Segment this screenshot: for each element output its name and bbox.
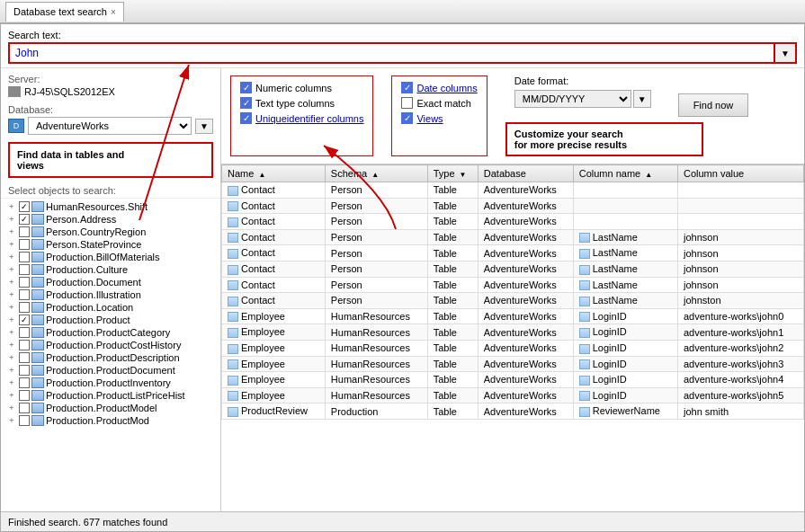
tree-item[interactable]: +Production.Product bbox=[4, 314, 217, 326]
table-row[interactable]: ContactPersonTableAdventureWorksLastName… bbox=[222, 293, 804, 309]
text-type-checkbox[interactable] bbox=[240, 97, 252, 109]
expand-icon[interactable]: + bbox=[6, 264, 17, 275]
col-header-columnname[interactable]: Column name ▲ bbox=[573, 165, 677, 182]
expand-icon[interactable]: + bbox=[6, 327, 17, 338]
database-label: Database: bbox=[8, 104, 213, 115]
tree-checkbox[interactable] bbox=[19, 352, 30, 363]
expand-icon[interactable]: + bbox=[6, 390, 17, 401]
tree-checkbox[interactable] bbox=[19, 315, 30, 325]
table-row[interactable]: ContactPersonTableAdventureWorksLastName… bbox=[222, 245, 804, 262]
tree-item[interactable]: +Production.ProductModel bbox=[4, 402, 217, 414]
main-tab[interactable]: Database text search × bbox=[5, 2, 124, 22]
col-header-type[interactable]: Type ▼ bbox=[427, 165, 478, 182]
expand-icon[interactable]: + bbox=[6, 201, 17, 212]
tree-checkbox[interactable] bbox=[19, 277, 30, 288]
uniqueidentifier-label[interactable]: Uniqueidentifier columns bbox=[255, 113, 363, 124]
exact-match-checkbox[interactable] bbox=[401, 97, 413, 109]
views-checkbox[interactable] bbox=[401, 112, 413, 124]
tree-checkbox[interactable] bbox=[19, 327, 30, 338]
table-row[interactable]: EmployeeHumanResourcesTableAdventureWork… bbox=[222, 324, 804, 341]
expand-icon[interactable]: + bbox=[6, 302, 17, 313]
tree-checkbox[interactable] bbox=[19, 214, 30, 225]
database-dropdown-button[interactable]: ▼ bbox=[195, 119, 213, 134]
tree-item[interactable]: +Person.Address bbox=[4, 213, 217, 226]
tree-item[interactable]: +Production.Document bbox=[4, 276, 217, 288]
tree-checkbox[interactable] bbox=[19, 390, 30, 401]
tree-checkbox[interactable] bbox=[19, 302, 30, 313]
expand-icon[interactable]: + bbox=[6, 377, 17, 388]
tree-checkbox[interactable] bbox=[19, 289, 30, 300]
tree-item[interactable]: +Production.Culture bbox=[4, 263, 217, 276]
tree-item[interactable]: +Person.CountryRegion bbox=[4, 226, 217, 238]
tree-item[interactable]: +Production.BillOfMaterials bbox=[4, 251, 217, 263]
date-format-dropdown[interactable]: ▼ bbox=[633, 90, 651, 108]
expand-icon[interactable]: + bbox=[6, 277, 17, 288]
tree-checkbox[interactable] bbox=[19, 252, 30, 262]
tree-checkbox[interactable] bbox=[19, 239, 30, 250]
row-icon bbox=[228, 297, 238, 306]
tree-item[interactable]: +Production.ProductDocument bbox=[4, 364, 217, 377]
tree-item[interactable]: +Production.ProductListPriceHist bbox=[4, 389, 217, 402]
tree-item[interactable]: +Production.ProductInventory bbox=[4, 377, 217, 389]
date-checkbox[interactable] bbox=[401, 82, 413, 93]
table-row[interactable]: EmployeeHumanResourcesTableAdventureWork… bbox=[222, 356, 804, 372]
expand-icon[interactable]: + bbox=[6, 226, 17, 237]
expand-icon[interactable]: + bbox=[6, 289, 17, 300]
database-select[interactable]: AdventureWorks bbox=[28, 117, 192, 135]
tree-checkbox[interactable] bbox=[19, 226, 30, 237]
table-row[interactable]: EmployeeHumanResourcesTableAdventureWork… bbox=[222, 308, 804, 324]
table-row[interactable]: ContactPersonTableAdventureWorksLastName… bbox=[222, 229, 804, 245]
table-cell: Table bbox=[427, 293, 478, 309]
tab-close-icon[interactable]: × bbox=[111, 7, 116, 17]
col-header-columnvalue[interactable]: Column value bbox=[677, 165, 803, 182]
uniqueidentifier-checkbox[interactable] bbox=[240, 112, 252, 124]
table-row[interactable]: EmployeeHumanResourcesTableAdventureWork… bbox=[222, 372, 804, 388]
tree-item[interactable]: +Production.Location bbox=[4, 301, 217, 314]
search-dropdown-button[interactable]: ▼ bbox=[775, 42, 797, 64]
expand-icon[interactable]: + bbox=[6, 214, 17, 225]
search-input[interactable] bbox=[8, 42, 775, 64]
tree-area[interactable]: +HumanResources.Shift+Person.Address+Per… bbox=[1, 198, 220, 511]
col-header-schema[interactable]: Schema ▲ bbox=[325, 165, 427, 182]
find-now-button[interactable]: Find now bbox=[678, 93, 749, 117]
tree-checkbox[interactable] bbox=[19, 340, 30, 350]
expand-icon[interactable]: + bbox=[6, 315, 17, 325]
tree-checkbox[interactable] bbox=[19, 415, 30, 426]
table-cell: Contact bbox=[222, 293, 326, 309]
expand-icon[interactable]: + bbox=[6, 252, 17, 262]
col-header-name[interactable]: Name ▲ bbox=[222, 165, 326, 182]
col-header-database[interactable]: Database bbox=[478, 165, 573, 182]
results-table-wrapper[interactable]: Name ▲ Schema ▲ Type ▼ Database Column n… bbox=[221, 164, 804, 511]
date-label[interactable]: Date columns bbox=[416, 83, 477, 93]
table-row[interactable]: ContactPersonTableAdventureWorks bbox=[222, 182, 804, 199]
tree-checkbox[interactable] bbox=[19, 377, 30, 388]
expand-icon[interactable]: + bbox=[6, 239, 17, 250]
tree-item[interactable]: +Production.ProductCostHistory bbox=[4, 339, 217, 351]
table-row[interactable]: ContactPersonTableAdventureWorksLastName… bbox=[222, 277, 804, 293]
tree-checkbox[interactable] bbox=[19, 365, 30, 376]
table-row[interactable]: EmployeeHumanResourcesTableAdventureWork… bbox=[222, 340, 804, 356]
date-format-select[interactable]: MM/DD/YYYY bbox=[514, 90, 631, 108]
table-icon bbox=[31, 239, 44, 250]
table-row[interactable]: ProductReviewProductionTableAdventureWor… bbox=[222, 403, 804, 420]
tree-checkbox[interactable] bbox=[19, 403, 30, 413]
tree-item[interactable]: +Production.ProductMod bbox=[4, 414, 217, 427]
tree-item[interactable]: +HumanResources.Shift bbox=[4, 200, 217, 213]
table-row[interactable]: EmployeeHumanResourcesTableAdventureWork… bbox=[222, 387, 804, 403]
expand-icon[interactable]: + bbox=[6, 340, 17, 350]
tree-checkbox[interactable] bbox=[19, 201, 30, 212]
tree-item[interactable]: +Person.StateProvince bbox=[4, 238, 217, 251]
expand-icon[interactable]: + bbox=[6, 403, 17, 413]
table-row[interactable]: ContactPersonTableAdventureWorks bbox=[222, 198, 804, 214]
table-row[interactable]: ContactPersonTableAdventureWorks bbox=[222, 214, 804, 230]
expand-icon[interactable]: + bbox=[6, 352, 17, 363]
tree-item[interactable]: +Production.Illustration bbox=[4, 288, 217, 301]
tree-item[interactable]: +Production.ProductDescription bbox=[4, 351, 217, 364]
tree-checkbox[interactable] bbox=[19, 264, 30, 275]
tree-item[interactable]: +Production.ProductCategory bbox=[4, 326, 217, 339]
table-row[interactable]: ContactPersonTableAdventureWorksLastName… bbox=[222, 261, 804, 277]
expand-icon[interactable]: + bbox=[6, 365, 17, 376]
expand-icon[interactable]: + bbox=[6, 415, 17, 426]
views-label[interactable]: Views bbox=[416, 113, 443, 124]
numeric-checkbox[interactable] bbox=[240, 82, 252, 93]
